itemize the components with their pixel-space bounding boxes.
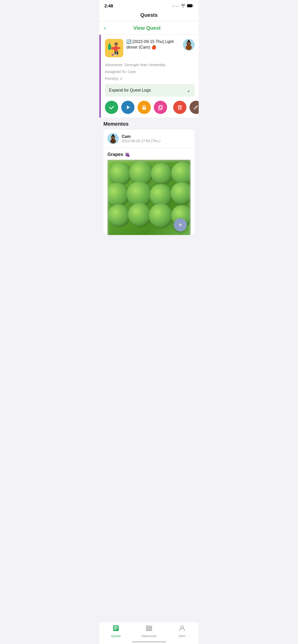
expand-quest-logs-button[interactable]: Expand for Quest Logs ⌄: [105, 84, 195, 97]
quest-title-row: 🔄 [2022-09-15 Thu] Light dinner (Cam) 🍎: [126, 39, 195, 51]
chevron-down-icon: ⌄: [187, 87, 191, 93]
svg-rect-6: [118, 47, 120, 49]
memento-user: Cam: [122, 134, 160, 139]
memento-date: 2022-09-15 17:54 (Thu.): [122, 139, 160, 143]
expand-label: Expand for Quest Logs: [109, 88, 151, 93]
status-time: 2:48: [104, 4, 113, 9]
thumbnail-dots: [105, 54, 123, 56]
memento-content: Grapes 🍇: [103, 148, 195, 235]
complete-button[interactable]: [105, 101, 118, 114]
svg-point-28: [113, 134, 114, 136]
status-icons: [172, 4, 194, 8]
svg-rect-22: [159, 105, 162, 109]
svg-rect-1: [187, 4, 192, 7]
svg-point-17: [188, 43, 188, 44]
svg-rect-23: [158, 106, 161, 110]
page-title-bar: Quests: [99, 10, 199, 21]
svg-rect-5: [111, 47, 115, 50]
status-bar: 2:48: [99, 0, 199, 10]
svg-point-29: [112, 137, 113, 138]
svg-point-16: [187, 41, 191, 46]
quest-card: 🔄 [2022-09-15 Thu] Light dinner (Cam) 🍎: [99, 35, 199, 118]
memento-card: Cam 2022-09-15 17:54 (Thu.) Grapes 🍇: [103, 129, 195, 235]
svg-point-15: [188, 40, 189, 41]
memento-avatar: [107, 133, 119, 144]
page-title: Quests: [140, 12, 158, 18]
svg-marker-19: [127, 106, 130, 109]
view-quest-title: View Quest: [106, 25, 188, 31]
quest-thumbnail: [105, 39, 123, 57]
svg-point-13: [186, 45, 192, 50]
delete-button[interactable]: [173, 101, 186, 114]
memento-header: Cam 2022-09-15 17:54 (Thu.): [103, 129, 195, 148]
quest-avatar: [183, 39, 195, 51]
svg-rect-4: [114, 46, 118, 51]
mementos-title: Mementos: [103, 121, 195, 127]
quest-title: 🔄 [2022-09-15 Thu] Light dinner (Cam) 🍎: [126, 39, 181, 50]
svg-point-21: [144, 108, 145, 109]
edit-button[interactable]: [189, 101, 199, 114]
svg-point-3: [114, 42, 118, 46]
memento-caption: Grapes 🍇: [107, 152, 191, 157]
svg-rect-9: [108, 44, 111, 50]
svg-point-18: [189, 43, 190, 44]
svg-point-26: [110, 139, 116, 143]
signal-icon: [172, 6, 179, 7]
add-fab-button[interactable]: +: [174, 218, 187, 231]
svg-point-30: [114, 137, 114, 138]
quest-meta: Adventure: Stronger than Yesterday Assig…: [105, 57, 195, 84]
mementos-section: Mementos Cam 2: [99, 118, 199, 237]
battery-icon: [187, 4, 194, 8]
back-button[interactable]: ‹: [104, 25, 106, 31]
view-quest-header: ‹ View Quest: [99, 21, 199, 35]
quest-info: 🔄 [2022-09-15 Thu] Light dinner (Cam) 🍎: [126, 39, 195, 51]
quest-card-header: 🔄 [2022-09-15 Thu] Light dinner (Cam) 🍎: [105, 39, 195, 57]
memento-image: +: [107, 160, 191, 235]
play-button[interactable]: [121, 101, 134, 114]
lock-button[interactable]: [138, 101, 151, 114]
memento-user-info: Cam 2022-09-15 17:54 (Thu.): [122, 134, 160, 143]
wifi-icon: [181, 4, 185, 8]
action-row: [105, 101, 195, 114]
copy-button[interactable]: [154, 101, 167, 114]
